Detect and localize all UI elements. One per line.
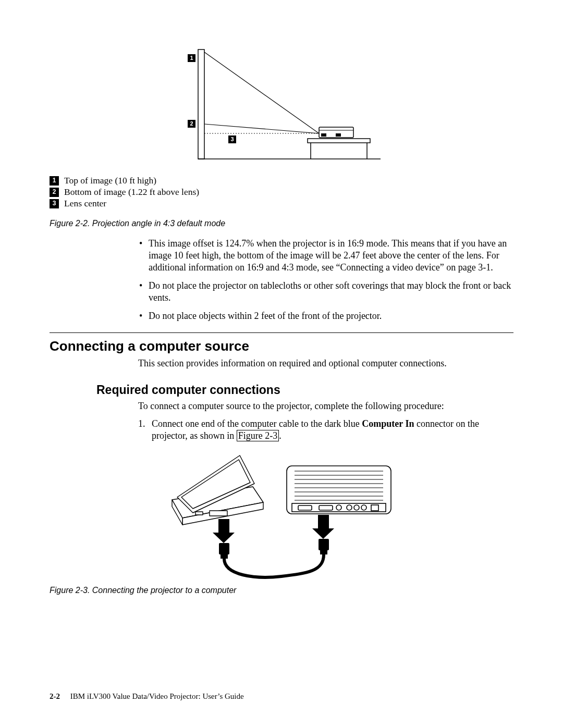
- svg-rect-41: [371, 505, 378, 511]
- legend-item: 2 Bottom of image (1.22 ft above lens): [50, 187, 513, 198]
- svg-point-39: [354, 505, 359, 510]
- svg-point-37: [336, 505, 341, 510]
- bullet-item: This image offset is 124.7% when the pro…: [138, 238, 513, 274]
- svg-text:1: 1: [190, 55, 193, 61]
- heading-connecting-computer-source: Connecting a computer source: [50, 338, 513, 354]
- svg-rect-7: [321, 133, 326, 137]
- svg-rect-35: [298, 505, 312, 510]
- procedure-list: 1. Connect one end of the computer cable…: [138, 418, 513, 442]
- legend-text: Top of image (10 ft high): [64, 175, 156, 187]
- page-footer: 2-2 IBM iLV300 Value Data/Video Projecto…: [50, 692, 244, 701]
- legend-num-icon: 2: [50, 188, 59, 197]
- svg-rect-0: [198, 50, 204, 159]
- svg-text:2: 2: [190, 120, 193, 127]
- svg-rect-23: [210, 511, 227, 516]
- legend-text: Bottom of image (1.22 ft above lens): [64, 187, 199, 198]
- svg-line-9: [204, 52, 319, 133]
- bullet-item: Do not place objects within 2 feet of th…: [138, 310, 513, 322]
- svg-marker-43: [312, 515, 334, 539]
- svg-rect-8: [336, 133, 341, 137]
- legend-item: 3 Lens center: [50, 198, 513, 209]
- legend-text: Lens center: [64, 198, 106, 209]
- body-text: This image offset is 124.7% when the pro…: [138, 238, 513, 322]
- svg-line-10: [204, 124, 319, 133]
- svg-rect-46: [319, 539, 329, 550]
- step-text-bold: Computer In: [362, 418, 414, 429]
- legend-num-icon: 3: [50, 199, 59, 208]
- svg-point-38: [347, 505, 352, 510]
- figure-2-2-diagram: 1 2 3: [50, 42, 513, 172]
- footer-title: IBM iLV300 Value Data/Video Projector: U…: [70, 692, 244, 700]
- svg-rect-44: [219, 543, 229, 554]
- svg-point-40: [361, 505, 366, 510]
- legend-item: 1 Top of image (10 ft high): [50, 175, 513, 187]
- figure-2-3-caption: Figure 2-3. Connecting the projector to …: [50, 586, 513, 595]
- procedure-step-1: 1. Connect one end of the computer cable…: [138, 418, 513, 442]
- subsection-intro: To connect a computer source to the proj…: [138, 400, 513, 412]
- figure-2-3-diagram: [50, 450, 513, 581]
- step-text-pre: Connect one end of the computer cable to…: [152, 418, 362, 429]
- svg-rect-36: [319, 505, 333, 510]
- heading-required-connections: Required computer connections: [96, 383, 513, 397]
- svg-marker-42: [213, 519, 235, 543]
- figure-reference-link[interactable]: Figure 2-3: [237, 430, 279, 441]
- section-divider: [50, 332, 513, 333]
- bullet-item: Do not place the projector on tablecloth…: [138, 280, 513, 304]
- page-number: 2-2: [50, 692, 60, 700]
- svg-text:3: 3: [230, 136, 234, 142]
- figure-2-2-legend: 1 Top of image (10 ft high) 2 Bottom of …: [50, 175, 513, 209]
- svg-rect-24: [195, 512, 203, 515]
- svg-rect-2: [308, 139, 370, 143]
- section-intro: This section provides information on req…: [138, 357, 513, 369]
- figure-2-2-caption: Figure 2-2. Projection angle in 4:3 defa…: [50, 219, 513, 228]
- page: 1 2 3 1 Top of image (10 ft high) 2 Bott…: [0, 0, 563, 728]
- step-number: 1.: [138, 418, 145, 430]
- step-text-post: .: [279, 430, 282, 441]
- legend-num-icon: 1: [50, 176, 59, 186]
